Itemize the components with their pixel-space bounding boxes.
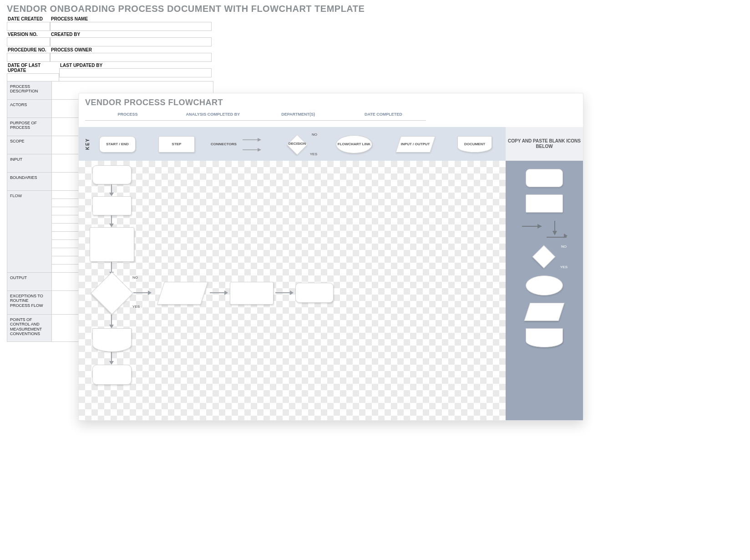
- label-last-updated-by: LAST UPDATED BY: [59, 62, 212, 68]
- svg-marker-8: [552, 231, 557, 235]
- step-icon[interactable]: STEP: [158, 136, 195, 153]
- start-end-icon[interactable]: START / END: [99, 136, 136, 153]
- header-metadata: DATE CREATED PROCESS NAME VERSION NO. CR…: [7, 15, 212, 82]
- canvas-step-shape[interactable]: [230, 282, 274, 305]
- key-step: STEP: [172, 143, 182, 147]
- input-procedure-no[interactable]: [7, 53, 50, 62]
- key-start-end: START / END: [106, 143, 129, 147]
- palette-document-icon[interactable]: [526, 328, 563, 347]
- row-label: POINTS OF CONTROL AND MEASUREMENT CONVEN…: [7, 315, 52, 342]
- connectors-icon[interactable]: [240, 134, 265, 154]
- input-output-icon[interactable]: INPUT / OUTPUT: [395, 136, 436, 153]
- row-label: SCOPE: [7, 136, 52, 154]
- key-label: KEY: [85, 138, 90, 150]
- meta-header[interactable]: DEPARTMENT(S): [256, 112, 341, 121]
- canvas-step-shape[interactable]: [92, 196, 132, 215]
- copy-paste-label: COPY AND PASTE BLANK ICONS BELOW: [506, 127, 583, 161]
- label-date-created: DATE CREATED: [7, 15, 50, 22]
- meta-header[interactable]: PROCESS: [85, 112, 170, 121]
- page-title: VENDOR ONBOARDING PROCESS DOCUMENT WITH …: [7, 4, 365, 14]
- input-process-owner[interactable]: [50, 53, 212, 62]
- canvas-start-end-shape[interactable]: [92, 165, 132, 184]
- row-label: BOUNDARIES: [7, 173, 52, 191]
- key-legend: KEY START / END STEP CONNECTORS DECISION…: [79, 127, 507, 161]
- row-label: PURPOSE OF PROCESS: [7, 118, 52, 136]
- row-label: PROCESS DESCRIPTION: [7, 81, 52, 100]
- canvas-input-output-shape[interactable]: [157, 282, 208, 305]
- flowchart-canvas[interactable]: NO YES: [79, 161, 506, 420]
- key-connectors: CONNECTORS: [211, 143, 237, 147]
- canvas-decision-no-label: NO: [132, 275, 138, 280]
- row-label: OUTPUT: [7, 273, 52, 291]
- row-label: INPUT: [7, 154, 52, 173]
- svg-marker-6: [537, 224, 542, 229]
- decision-yes-label: YES: [310, 152, 317, 156]
- input-last-updated-by[interactable]: [59, 68, 212, 77]
- svg-marker-1: [258, 138, 261, 142]
- input-created-by[interactable]: [50, 37, 212, 46]
- flowchart-link-icon[interactable]: FLOWCHART LINK: [336, 135, 372, 153]
- row-label: EXCEPTIONS TO ROUTINE PROCESS FLOW: [7, 291, 52, 315]
- input-process-name[interactable]: [50, 22, 212, 31]
- label-process-name: PROCESS NAME: [50, 15, 212, 22]
- canvas-decision-yes-label: YES: [132, 305, 140, 309]
- palette-decision-icon[interactable]: NO YES: [524, 245, 565, 268]
- palette-flowchart-link-icon[interactable]: [526, 275, 563, 295]
- decision-no-label: NO: [312, 132, 317, 137]
- svg-marker-4: [258, 148, 261, 152]
- key-flowchart-link: FLOWCHART LINK: [338, 143, 370, 147]
- meta-header[interactable]: ANALYSIS COMPLETED BY: [170, 112, 255, 121]
- label-version-no: VERSION NO.: [7, 31, 50, 37]
- palette-input-output-icon[interactable]: [524, 303, 565, 321]
- canvas-step-shape[interactable]: [90, 227, 134, 262]
- canvas-start-end-shape[interactable]: [92, 365, 132, 385]
- label-created-by: CREATED BY: [50, 31, 212, 37]
- icons-palette: NO YES: [506, 161, 583, 420]
- canvas-document-shape[interactable]: [92, 328, 132, 352]
- label-date-last-update: DATE OF LAST UPDATE: [7, 62, 59, 73]
- document-icon[interactable]: DOCUMENT: [457, 136, 492, 153]
- label-process-owner: PROCESS OWNER: [50, 46, 212, 53]
- palette-yes-label: YES: [560, 265, 568, 269]
- flowchart-meta-headers: PROCESS ANALYSIS COMPLETED BY DEPARTMENT…: [85, 112, 426, 121]
- canvas-start-end-shape[interactable]: [295, 283, 334, 303]
- key-decision: DECISION: [284, 142, 311, 146]
- palette-no-label: NO: [561, 244, 567, 249]
- flowchart-card: VENDOR PROCESS FLOWCHART PROCESS ANALYSI…: [78, 93, 583, 421]
- meta-header[interactable]: DATE COMPLETED: [341, 112, 426, 121]
- palette-step-icon[interactable]: [526, 194, 563, 213]
- key-input-output: INPUT / OUTPUT: [401, 143, 430, 147]
- decision-icon[interactable]: DECISION NO YES: [284, 135, 311, 153]
- input-version-no[interactable]: [7, 37, 50, 46]
- label-procedure-no: PROCEDURE NO.: [7, 46, 50, 53]
- palette-connectors-icon[interactable]: [519, 220, 569, 238]
- row-label: ACTORS: [7, 100, 52, 118]
- key-document: DOCUMENT: [464, 143, 485, 147]
- palette-start-end-icon[interactable]: [526, 169, 563, 187]
- flowchart-title: VENDOR PROCESS FLOWCHART: [85, 98, 223, 107]
- row-label: FLOW: [7, 191, 52, 273]
- input-date-created[interactable]: [7, 22, 50, 31]
